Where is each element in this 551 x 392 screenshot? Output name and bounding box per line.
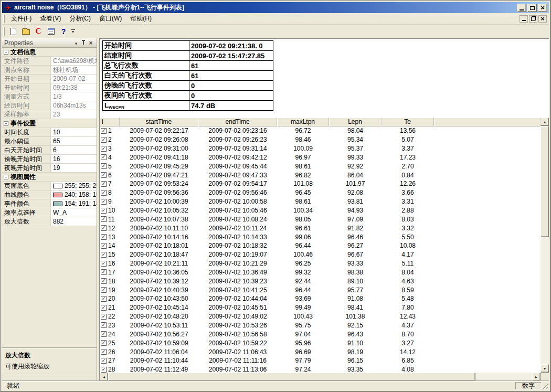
- property-row-evening-start[interactable]: 傍晚开始时间 16: [2, 155, 97, 164]
- event-row[interactable]: 17 2009-07-02 10:36:05 2009-07-02 10:36:…: [100, 268, 541, 277]
- event-row[interactable]: 8 2009-07-02 09:56:36 2009-07-02 09:56:4…: [100, 188, 541, 197]
- toolbar-grip[interactable]: [3, 27, 5, 36]
- event-row[interactable]: 22 2009-07-02 10:48:20 2009-07-02 10:49:…: [100, 312, 541, 321]
- section-event-settings[interactable]: 事件设置: [2, 119, 97, 128]
- scroll-up-button[interactable]: [541, 118, 549, 126]
- event-row[interactable]: 10 2009-07-02 10:05:32 2009-07-02 10:05:…: [100, 206, 541, 215]
- event-row[interactable]: 18 2009-07-02 10:39:12 2009-07-02 10:39:…: [100, 277, 541, 285]
- property-row-elapsed-time[interactable]: 经历时间 06h34m13s: [2, 101, 97, 110]
- mdi-minimize-button[interactable]: [520, 15, 528, 23]
- checkbox-checked-icon[interactable]: [101, 190, 107, 196]
- header-i[interactable]: i: [100, 118, 120, 126]
- properties-panel-header[interactable]: Properties: [2, 38, 97, 48]
- event-row[interactable]: 28 2009-07-02 11:12:49 2009-07-02 11:13:…: [100, 365, 541, 373]
- property-row-zoom-factor[interactable]: 放大倍数 882: [2, 217, 97, 226]
- event-row[interactable]: 11 2009-07-02 10:07:38 2009-07-02 10:08:…: [100, 215, 541, 224]
- event-row[interactable]: 7 2009-07-02 09:53:24 2009-07-02 09:54:1…: [100, 179, 541, 188]
- checkbox-checked-icon[interactable]: [101, 296, 107, 302]
- checkbox-checked-icon[interactable]: [101, 208, 107, 214]
- checkbox-checked-icon[interactable]: [101, 367, 107, 373]
- checkbox-checked-icon[interactable]: [101, 199, 107, 205]
- panel-menu-button[interactable]: [72, 39, 80, 46]
- checkbox-checked-icon[interactable]: [101, 137, 107, 143]
- collapse-icon[interactable]: [4, 121, 8, 126]
- resize-grip-icon[interactable]: [542, 383, 548, 389]
- property-value[interactable]: 10: [51, 128, 97, 136]
- collapse-icon[interactable]: [4, 50, 8, 55]
- property-row-start-time[interactable]: 开始时间 09:21:38: [2, 83, 97, 92]
- collapse-icon[interactable]: [4, 175, 8, 179]
- checkbox-checked-icon[interactable]: [101, 340, 107, 346]
- checkbox-checked-icon[interactable]: [101, 252, 107, 258]
- checkbox-checked-icon[interactable]: [101, 322, 107, 328]
- checkbox-checked-icon[interactable]: [101, 331, 107, 337]
- property-row-measure-mode[interactable]: 测量方式 1/3: [2, 92, 97, 101]
- checkbox-checked-icon[interactable]: [101, 261, 107, 267]
- checkbox-checked-icon[interactable]: [101, 154, 107, 160]
- panel-pin-button[interactable]: [80, 39, 87, 46]
- menu-analyze[interactable]: 分析(C): [65, 13, 95, 24]
- checkbox-checked-icon[interactable]: [101, 172, 107, 178]
- horizontal-scroll-thumb[interactable]: [108, 373, 475, 381]
- event-row[interactable]: 19 2009-07-02 10:40:39 2009-07-02 10:41:…: [100, 285, 541, 294]
- property-row-file-path[interactable]: 文件路径 C:\awa6298\机场: [2, 57, 97, 66]
- event-row[interactable]: 20 2009-07-02 10:43:50 2009-07-02 10:44:…: [100, 294, 541, 303]
- maximize-button[interactable]: [527, 4, 537, 12]
- event-row[interactable]: 15 2009-07-02 10:18:47 2009-07-02 10:19:…: [100, 250, 541, 259]
- property-row-event-color[interactable]: 事件颜色 154; 191; 18: [2, 199, 97, 208]
- section-document-info[interactable]: 文档信息: [2, 48, 97, 57]
- event-row[interactable]: 1 2009-07-02 09:22:17 2009-07-02 09:23:1…: [100, 126, 541, 135]
- menu-file[interactable]: 文件(F): [7, 13, 36, 24]
- header-start-time[interactable]: startTime: [120, 118, 198, 126]
- event-row[interactable]: 3 2009-07-02 09:31:00 2009-07-02 09:31:1…: [100, 144, 541, 153]
- event-row[interactable]: 27 2009-07-02 11:10:44 2009-07-02 11:11:…: [100, 356, 541, 365]
- menubar-grip[interactable]: [3, 15, 5, 23]
- event-row[interactable]: 24 2009-07-02 10:56:27 2009-07-02 10:56:…: [100, 330, 541, 338]
- event-row[interactable]: 2 2009-07-02 09:26:08 2009-07-02 09:26:2…: [100, 135, 541, 144]
- vertical-scroll-thumb[interactable]: [541, 126, 549, 237]
- checkbox-checked-icon[interactable]: [101, 163, 107, 169]
- property-value[interactable]: 154; 191; 18: [51, 199, 97, 208]
- scroll-right-button[interactable]: [532, 373, 541, 381]
- event-row[interactable]: 25 2009-07-02 10:59:09 2009-07-02 10:59:…: [100, 338, 541, 347]
- property-row-min-threshold[interactable]: 最小阈值 65: [2, 137, 97, 146]
- checkbox-checked-icon[interactable]: [101, 216, 107, 222]
- property-value[interactable]: 240; 158; 15: [51, 190, 97, 199]
- checkbox-checked-icon[interactable]: [101, 358, 107, 364]
- checkbox-checked-icon[interactable]: [101, 349, 107, 355]
- checkbox-checked-icon[interactable]: [101, 269, 107, 275]
- mdi-restore-button[interactable]: [529, 15, 537, 23]
- event-row[interactable]: 23 2009-07-02 10:53:11 2009-07-02 10:53:…: [100, 321, 541, 330]
- checkbox-checked-icon[interactable]: [101, 181, 107, 187]
- menu-window[interactable]: 窗口(W): [95, 13, 126, 24]
- panel-close-button[interactable]: [87, 39, 94, 46]
- event-row[interactable]: 14 2009-07-02 10:18:01 2009-07-02 10:18:…: [100, 241, 541, 250]
- horizontal-scrollbar[interactable]: [100, 373, 541, 381]
- property-row-night-start[interactable]: 夜晚开始时间 19: [2, 164, 97, 173]
- event-row[interactable]: 9 2009-07-02 10:00:39 2009-07-02 10:00:5…: [100, 197, 541, 206]
- event-row[interactable]: 12 2009-07-02 10:11:10 2009-07-02 10:11:…: [100, 224, 541, 232]
- event-row[interactable]: 16 2009-07-02 10:21:11 2009-07-02 10:21:…: [100, 259, 541, 268]
- checkbox-checked-icon[interactable]: [101, 128, 107, 134]
- scroll-left-button[interactable]: [100, 373, 108, 381]
- checkbox-checked-icon[interactable]: [101, 146, 107, 152]
- header-maxltpn[interactable]: maxLtpn: [277, 118, 329, 126]
- checkbox-checked-icon[interactable]: [101, 287, 107, 293]
- property-row-day-start[interactable]: 白天开始时间 6: [2, 146, 97, 155]
- event-row[interactable]: 26 2009-07-02 11:06:04 2009-07-02 11:06:…: [100, 347, 541, 356]
- event-row[interactable]: 21 2009-07-02 10:45:14 2009-07-02 10:45:…: [100, 303, 541, 312]
- property-row-start-date[interactable]: 开始日期 2009-07-02: [2, 75, 97, 83]
- checkbox-checked-icon[interactable]: [101, 234, 107, 240]
- properties-button[interactable]: [45, 26, 57, 37]
- close-button[interactable]: [538, 4, 547, 12]
- header-te[interactable]: Te: [382, 118, 434, 126]
- event-row[interactable]: 6 2009-07-02 09:47:21 2009-07-02 09:47:3…: [100, 171, 541, 179]
- property-row-page-color[interactable]: 页面底色 255; 255; 25: [2, 182, 97, 190]
- new-document-button[interactable]: [7, 26, 19, 37]
- open-file-button[interactable]: [19, 26, 32, 37]
- menu-view[interactable]: 查看(V): [36, 13, 65, 24]
- section-view-properties[interactable]: 视图属性: [2, 173, 97, 182]
- checkbox-checked-icon[interactable]: [101, 305, 107, 311]
- minimize-button[interactable]: [517, 4, 526, 12]
- help-button[interactable]: [57, 26, 70, 37]
